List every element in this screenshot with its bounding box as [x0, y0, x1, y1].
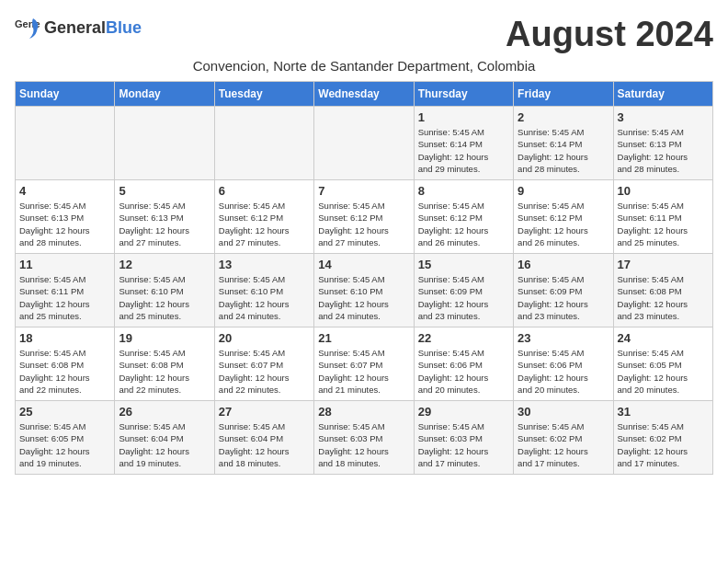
- calendar-cell: 14Sunrise: 5:45 AM Sunset: 6:10 PM Dayli…: [314, 254, 414, 327]
- month-year-title: August 2024: [506, 15, 713, 54]
- day-number: 4: [19, 184, 110, 198]
- calendar-table: SundayMondayTuesdayWednesdayThursdayFrid…: [15, 81, 713, 475]
- day-info: Sunrise: 5:45 AM Sunset: 6:07 PM Dayligh…: [318, 347, 409, 396]
- day-number: 14: [318, 258, 409, 271]
- calendar-cell: 19Sunrise: 5:45 AM Sunset: 6:08 PM Dayli…: [115, 327, 214, 401]
- day-number: 23: [518, 331, 609, 345]
- calendar-cell: 24Sunrise: 5:45 AM Sunset: 6:05 PM Dayli…: [613, 327, 712, 401]
- day-number: 18: [19, 331, 110, 345]
- calendar-cell: 22Sunrise: 5:45 AM Sunset: 6:06 PM Dayli…: [414, 327, 513, 401]
- weekday-header-tuesday: Tuesday: [214, 82, 313, 107]
- calendar-cell: 13Sunrise: 5:45 AM Sunset: 6:10 PM Dayli…: [214, 254, 313, 327]
- calendar-cell: 7Sunrise: 5:45 AM Sunset: 6:12 PM Daylig…: [314, 180, 414, 254]
- day-info: Sunrise: 5:45 AM Sunset: 6:12 PM Dayligh…: [518, 200, 609, 248]
- weekday-header-sunday: Sunday: [16, 82, 115, 107]
- day-info: Sunrise: 5:45 AM Sunset: 6:10 PM Dayligh…: [318, 273, 409, 322]
- calendar-cell: 20Sunrise: 5:45 AM Sunset: 6:07 PM Dayli…: [214, 327, 313, 401]
- logo: General GeneralBlue: [15, 15, 142, 40]
- calendar-cell: 11Sunrise: 5:45 AM Sunset: 6:11 PM Dayli…: [16, 254, 115, 327]
- day-info: Sunrise: 5:45 AM Sunset: 6:05 PM Dayligh…: [618, 347, 709, 396]
- calendar-week-row: 1Sunrise: 5:45 AM Sunset: 6:14 PM Daylig…: [16, 107, 713, 180]
- day-info: Sunrise: 5:45 AM Sunset: 6:02 PM Dayligh…: [618, 420, 709, 469]
- calendar-week-row: 4Sunrise: 5:45 AM Sunset: 6:13 PM Daylig…: [16, 180, 713, 254]
- day-number: 31: [618, 405, 709, 419]
- day-number: 26: [119, 405, 210, 419]
- weekday-header-row: SundayMondayTuesdayWednesdayThursdayFrid…: [16, 82, 713, 107]
- calendar-cell: [16, 107, 115, 180]
- calendar-cell: 2Sunrise: 5:45 AM Sunset: 6:14 PM Daylig…: [514, 107, 613, 180]
- calendar-cell: 23Sunrise: 5:45 AM Sunset: 6:06 PM Dayli…: [514, 327, 613, 401]
- calendar-cell: 30Sunrise: 5:45 AM Sunset: 6:02 PM Dayli…: [514, 401, 613, 475]
- calendar-week-row: 11Sunrise: 5:45 AM Sunset: 6:11 PM Dayli…: [16, 254, 713, 327]
- location-title: Convencion, Norte de Santander Departmen…: [15, 58, 713, 74]
- calendar-cell: [314, 107, 414, 180]
- day-info: Sunrise: 5:45 AM Sunset: 6:03 PM Dayligh…: [318, 420, 409, 469]
- calendar-cell: 9Sunrise: 5:45 AM Sunset: 6:12 PM Daylig…: [514, 180, 613, 254]
- day-number: 7: [318, 184, 409, 198]
- day-info: Sunrise: 5:45 AM Sunset: 6:09 PM Dayligh…: [418, 273, 509, 322]
- calendar-cell: 5Sunrise: 5:45 AM Sunset: 6:13 PM Daylig…: [115, 180, 214, 254]
- day-number: 20: [219, 331, 310, 345]
- day-info: Sunrise: 5:45 AM Sunset: 6:13 PM Dayligh…: [19, 200, 110, 248]
- day-number: 24: [618, 331, 709, 345]
- day-info: Sunrise: 5:45 AM Sunset: 6:10 PM Dayligh…: [219, 273, 310, 322]
- day-info: Sunrise: 5:45 AM Sunset: 6:08 PM Dayligh…: [618, 273, 709, 322]
- day-info: Sunrise: 5:45 AM Sunset: 6:06 PM Dayligh…: [518, 347, 609, 396]
- day-info: Sunrise: 5:45 AM Sunset: 6:14 PM Dayligh…: [518, 126, 609, 175]
- calendar-cell: 16Sunrise: 5:45 AM Sunset: 6:09 PM Dayli…: [514, 254, 613, 327]
- calendar-cell: 10Sunrise: 5:45 AM Sunset: 6:11 PM Dayli…: [613, 180, 712, 254]
- calendar-cell: 31Sunrise: 5:45 AM Sunset: 6:02 PM Dayli…: [613, 401, 712, 475]
- calendar-cell: [115, 107, 214, 180]
- day-info: Sunrise: 5:45 AM Sunset: 6:13 PM Dayligh…: [618, 126, 709, 175]
- logo-icon: General: [15, 15, 40, 40]
- header: General GeneralBlue August 2024: [15, 15, 713, 54]
- calendar-cell: 25Sunrise: 5:45 AM Sunset: 6:05 PM Dayli…: [16, 401, 115, 475]
- calendar-cell: 21Sunrise: 5:45 AM Sunset: 6:07 PM Dayli…: [314, 327, 414, 401]
- day-number: 15: [418, 258, 509, 271]
- day-number: 22: [418, 331, 509, 345]
- day-info: Sunrise: 5:45 AM Sunset: 6:04 PM Dayligh…: [219, 420, 310, 469]
- day-number: 1: [418, 110, 509, 124]
- day-number: 11: [19, 258, 110, 271]
- calendar-cell: 27Sunrise: 5:45 AM Sunset: 6:04 PM Dayli…: [214, 401, 313, 475]
- calendar-cell: 29Sunrise: 5:45 AM Sunset: 6:03 PM Dayli…: [414, 401, 513, 475]
- calendar-cell: 4Sunrise: 5:45 AM Sunset: 6:13 PM Daylig…: [16, 180, 115, 254]
- day-number: 25: [19, 405, 110, 419]
- day-number: 29: [418, 405, 509, 419]
- weekday-header-saturday: Saturday: [613, 82, 712, 107]
- weekday-header-wednesday: Wednesday: [314, 82, 414, 107]
- calendar-week-row: 18Sunrise: 5:45 AM Sunset: 6:08 PM Dayli…: [16, 327, 713, 401]
- calendar-cell: [214, 107, 313, 180]
- weekday-header-monday: Monday: [115, 82, 214, 107]
- day-number: 17: [618, 258, 709, 271]
- calendar-cell: 6Sunrise: 5:45 AM Sunset: 6:12 PM Daylig…: [214, 180, 313, 254]
- day-number: 27: [219, 405, 310, 419]
- day-number: 5: [119, 184, 210, 198]
- day-info: Sunrise: 5:45 AM Sunset: 6:12 PM Dayligh…: [418, 200, 509, 248]
- day-number: 28: [318, 405, 409, 419]
- day-info: Sunrise: 5:45 AM Sunset: 6:13 PM Dayligh…: [119, 200, 210, 248]
- day-number: 10: [618, 184, 709, 198]
- day-number: 12: [119, 258, 210, 271]
- day-number: 16: [518, 258, 609, 271]
- day-info: Sunrise: 5:45 AM Sunset: 6:14 PM Dayligh…: [418, 126, 509, 175]
- weekday-header-friday: Friday: [514, 82, 613, 107]
- day-info: Sunrise: 5:45 AM Sunset: 6:08 PM Dayligh…: [119, 347, 210, 396]
- calendar-cell: 12Sunrise: 5:45 AM Sunset: 6:10 PM Dayli…: [115, 254, 214, 327]
- day-info: Sunrise: 5:45 AM Sunset: 6:12 PM Dayligh…: [318, 200, 409, 248]
- day-info: Sunrise: 5:45 AM Sunset: 6:09 PM Dayligh…: [518, 273, 609, 322]
- day-number: 21: [318, 331, 409, 345]
- calendar-cell: 1Sunrise: 5:45 AM Sunset: 6:14 PM Daylig…: [414, 107, 513, 180]
- logo-text: GeneralBlue: [44, 18, 142, 38]
- day-number: 19: [119, 331, 210, 345]
- day-number: 2: [518, 110, 609, 124]
- day-info: Sunrise: 5:45 AM Sunset: 6:12 PM Dayligh…: [219, 200, 310, 248]
- day-number: 9: [518, 184, 609, 198]
- day-info: Sunrise: 5:45 AM Sunset: 6:02 PM Dayligh…: [518, 420, 609, 469]
- day-number: 13: [219, 258, 310, 271]
- day-info: Sunrise: 5:45 AM Sunset: 6:11 PM Dayligh…: [19, 273, 110, 322]
- calendar-cell: 18Sunrise: 5:45 AM Sunset: 6:08 PM Dayli…: [16, 327, 115, 401]
- day-number: 8: [418, 184, 509, 198]
- day-number: 3: [618, 110, 709, 124]
- calendar-cell: 8Sunrise: 5:45 AM Sunset: 6:12 PM Daylig…: [414, 180, 513, 254]
